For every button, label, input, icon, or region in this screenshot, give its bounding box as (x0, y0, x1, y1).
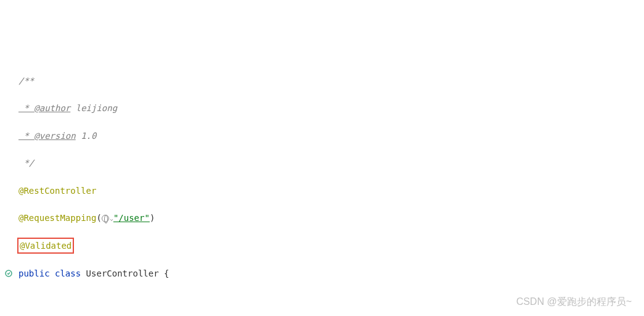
code-editor[interactable]: /** * @author leijiong * @version 1.0 */… (0, 56, 644, 316)
gutter-icon[interactable] (4, 268, 14, 282)
code-line: /** (18, 74, 644, 88)
code-line: @RequestMapping(⌄"/user") (18, 211, 644, 225)
code-line: @RestController (18, 184, 644, 198)
class-name: UserController (86, 268, 159, 278)
annotation-validated: @Validated (20, 241, 71, 251)
code-line: @Validated (18, 239, 644, 252)
doc-tag-author: * @author (18, 103, 70, 113)
doc-tag-version: * @version (18, 131, 76, 141)
comment-close: */ (18, 158, 34, 168)
code-line: * @version 1.0 (18, 129, 644, 143)
comment-open: /** (18, 76, 34, 86)
annotation-restcontroller: @RestController (18, 186, 96, 196)
code-line: */ (18, 156, 644, 170)
annotation-requestmapping: @RequestMapping (18, 213, 96, 223)
code-line (18, 294, 644, 307)
code-line: public class UserController { (18, 267, 644, 280)
globe-icon (102, 215, 109, 222)
highlight-box-validated: @Validated (17, 238, 74, 254)
url-path: "/user" (113, 213, 150, 223)
code-line: * @author leijiong (18, 101, 644, 115)
